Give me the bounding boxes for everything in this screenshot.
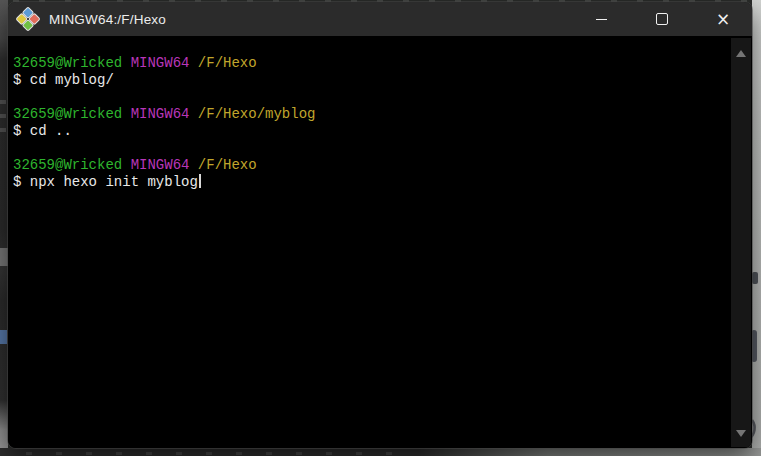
blank-line [13, 140, 722, 157]
env-name: MINGW64 [131, 106, 190, 122]
user-host: 32659@Wricked [13, 55, 122, 71]
prompt-line: 32659@Wricked MINGW64 /F/Hexo/myblog [13, 106, 722, 123]
maximize-icon [656, 13, 668, 25]
close-button[interactable]: × [700, 2, 746, 36]
terminal-area[interactable]: 32659@Wricked MINGW64 /F/Hexo $ cd myblo… [8, 36, 752, 448]
cwd-path: /F/Hexo [198, 157, 257, 173]
env-name: MINGW64 [131, 157, 190, 173]
close-icon: × [716, 11, 730, 28]
user-host: 32659@Wricked [13, 157, 122, 173]
command-text: cd .. [30, 123, 72, 139]
terminal-scrollbar[interactable] [731, 38, 751, 447]
cwd-path: /F/Hexo/myblog [198, 106, 316, 122]
blank-line [13, 89, 722, 106]
title-bar[interactable]: MINGW64:/F/Hexo × [8, 2, 752, 36]
minimize-button[interactable] [578, 2, 624, 36]
command-line: $ npx hexo init myblog [13, 174, 722, 191]
user-host: 32659@Wricked [13, 106, 122, 122]
command-text: cd myblog/ [30, 72, 114, 88]
caption-buttons: × [578, 2, 746, 36]
minimize-icon [596, 19, 607, 20]
background-artifact [10, 452, 410, 455]
diamond-logo-icon [17, 7, 40, 30]
msys2-app-icon [19, 10, 38, 29]
prompt-symbol: $ [13, 174, 21, 190]
maximize-button[interactable] [639, 2, 685, 36]
mintty-terminal-window: MINGW64:/F/Hexo × 32659@Wricked MINGW64 … [8, 2, 752, 448]
scrollbar-up-icon[interactable] [736, 50, 746, 57]
prompt-symbol: $ [13, 72, 21, 88]
background-artifact [0, 100, 6, 140]
background-artifact [752, 272, 758, 284]
window-title: MINGW64:/F/Hexo [49, 12, 578, 27]
prompt-symbol: $ [13, 123, 21, 139]
prompt-line: 32659@Wricked MINGW64 /F/Hexo [13, 55, 722, 72]
background-window-left-edge [0, 0, 8, 456]
command-line: $ cd .. [13, 123, 722, 140]
prompt-line: 32659@Wricked MINGW64 /F/Hexo [13, 157, 722, 174]
text-cursor [199, 174, 201, 188]
background-window-right-edge [752, 0, 761, 456]
background-artifact [0, 330, 7, 344]
terminal-output: 32659@Wricked MINGW64 /F/Hexo $ cd myblo… [8, 36, 752, 191]
command-text: npx hexo init myblog [30, 174, 198, 190]
background-artifact [0, 248, 8, 266]
command-line: $ cd myblog/ [13, 72, 722, 89]
cwd-path: /F/Hexo [198, 55, 257, 71]
env-name: MINGW64 [131, 55, 190, 71]
scrollbar-down-icon[interactable] [736, 430, 746, 437]
